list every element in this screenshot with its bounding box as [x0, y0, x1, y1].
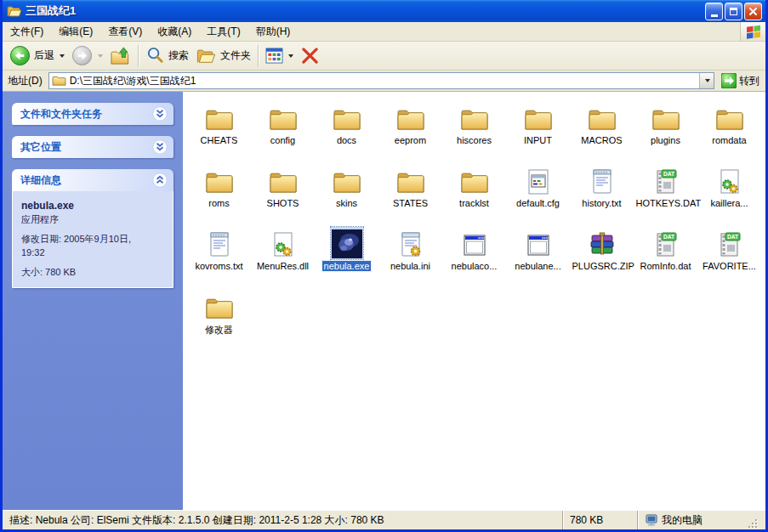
folders-icon	[196, 47, 217, 65]
file-item[interactable]: hiscores	[442, 98, 506, 161]
up-button[interactable]	[106, 44, 134, 68]
file-label: CHEATS	[199, 135, 240, 145]
file-item[interactable]: nebulane...	[506, 224, 570, 286]
explorer-window: 三国战纪1 文件(F)编辑(E)查看(V)收藏(A)工具(T)帮助(H) 后退	[0, 0, 768, 532]
file-item[interactable]: history.txt	[570, 161, 634, 224]
close-button[interactable]	[744, 3, 762, 20]
file-item[interactable]: DATFAVORITE...	[697, 224, 761, 286]
dat-file-icon: DAT	[715, 227, 744, 259]
sidebar: 文件和文件夹任务 其它位置 详细信息 nebula.exe 应用程序	[3, 92, 183, 510]
file-item[interactable]: MenuRes.dll	[251, 224, 315, 286]
menu-item-3[interactable]: 收藏(A)	[150, 25, 199, 39]
resize-grip[interactable]	[748, 518, 759, 529]
menu-item-4[interactable]: 工具(T)	[199, 25, 247, 39]
status-description: 描述: Nebula 公司: ElSemi 文件版本: 2.1.5.0 创建日期…	[3, 511, 563, 529]
folders-button[interactable]: 文件夹	[192, 45, 254, 67]
go-button[interactable]: 转到	[718, 71, 763, 90]
back-label: 后退	[34, 48, 54, 63]
file-item[interactable]: SHOTS	[251, 161, 315, 224]
svg-text:DAT: DAT	[663, 234, 674, 240]
views-icon	[265, 48, 283, 64]
search-icon	[145, 46, 165, 65]
file-item[interactable]: romdata	[697, 98, 761, 161]
forward-dropdown-icon	[98, 54, 103, 58]
folder-icon	[267, 101, 299, 133]
file-item[interactable]: PLUGSRC.ZIP	[570, 224, 634, 286]
file-label: romdata	[710, 135, 748, 145]
back-dropdown-icon[interactable]	[60, 54, 65, 58]
details-filetype: 应用程序	[21, 213, 164, 227]
back-icon	[9, 45, 31, 66]
chevron-down-icon	[705, 79, 710, 82]
file-item[interactable]: docs	[315, 98, 378, 161]
address-bar: 地址(D) D:\三国战纪\游戏\三国战纪1 转到	[3, 71, 765, 92]
config-file-icon	[525, 164, 552, 196]
panel-file-tasks-header[interactable]: 文件和文件夹任务	[12, 103, 174, 125]
file-item[interactable]: skins	[315, 161, 378, 224]
application-window-icon	[460, 227, 489, 259]
status-location: 我的电脑	[638, 511, 765, 529]
file-item[interactable]: roms	[187, 161, 251, 224]
minimize-button[interactable]	[705, 3, 723, 20]
file-item[interactable]: nebula.ini	[378, 224, 442, 286]
chevron-double-down-icon[interactable]	[152, 139, 168, 155]
file-item[interactable]: nebulaco...	[442, 224, 506, 286]
folder-icon	[267, 164, 299, 196]
file-item[interactable]: tracklst	[442, 161, 506, 224]
menu-item-2[interactable]: 查看(V)	[100, 25, 150, 39]
file-item[interactable]: kovroms.txt	[187, 224, 251, 286]
address-input[interactable]: D:\三国战纪\游戏\三国战纪1	[48, 72, 714, 89]
toolbar-separator	[138, 45, 139, 67]
file-item[interactable]: DATRomInfo.dat	[634, 224, 697, 286]
file-item[interactable]: STATES	[378, 161, 442, 224]
file-item[interactable]: nebula.exe	[315, 224, 378, 286]
file-item[interactable]: DATHOTKEYS.DAT	[634, 161, 697, 224]
file-label: nebulane...	[513, 261, 562, 271]
file-item[interactable]: plugins	[634, 98, 697, 161]
search-button[interactable]: 搜索	[142, 44, 192, 67]
back-button[interactable]: 后退	[6, 43, 68, 68]
title-bar: 三国战纪1	[3, 0, 765, 22]
file-label: hiscores	[455, 135, 493, 145]
menu-item-0[interactable]: 文件(F)	[3, 25, 51, 39]
file-item[interactable]: 修改器	[187, 286, 251, 349]
file-label: tracklst	[458, 198, 491, 208]
dat-file-icon: DAT	[651, 227, 680, 259]
forward-button[interactable]	[68, 43, 106, 68]
views-button[interactable]	[262, 46, 297, 65]
menu-bar: 文件(F)编辑(E)查看(V)收藏(A)工具(T)帮助(H)	[3, 22, 765, 42]
my-computer-icon	[645, 513, 658, 527]
file-item[interactable]: eeprom	[378, 98, 442, 161]
delete-button[interactable]	[297, 45, 323, 66]
address-label: 地址(D)	[5, 74, 45, 88]
chevron-double-down-icon[interactable]	[152, 106, 168, 122]
file-label: default.cfg	[515, 198, 561, 208]
maximize-button[interactable]	[725, 3, 742, 20]
menu-item-1[interactable]: 编辑(E)	[51, 25, 100, 39]
window-title: 三国战纪1	[26, 3, 703, 19]
file-item[interactable]: INPUT	[506, 98, 570, 161]
file-item[interactable]: kaillera...	[697, 161, 761, 224]
file-item[interactable]: MACROS	[570, 98, 634, 161]
panel-other-places-header[interactable]: 其它位置	[12, 136, 174, 158]
chevron-double-up-icon[interactable]	[152, 173, 168, 188]
file-item[interactable]: CHEATS	[187, 98, 251, 161]
file-list-area[interactable]: CHEATSconfigdocseepromhiscoresINPUTMACRO…	[183, 92, 765, 510]
file-label: PLUGSRC.ZIP	[571, 261, 634, 271]
address-dropdown-button[interactable]	[699, 73, 714, 88]
file-label: eeprom	[393, 135, 428, 145]
details-filename: nebula.exe	[21, 199, 164, 213]
file-label: roms	[207, 198, 230, 208]
menu-item-5[interactable]: 帮助(H)	[248, 25, 299, 39]
views-dropdown-icon[interactable]	[288, 54, 293, 58]
panel-title: 文件和文件夹任务	[20, 107, 102, 122]
file-item[interactable]: config	[251, 98, 315, 161]
maximize-icon	[730, 8, 737, 15]
file-label: STATES	[391, 198, 430, 208]
file-label: SHOTS	[265, 198, 301, 208]
text-file-icon	[206, 227, 233, 259]
status-bar: 描述: Nebula 公司: ElSemi 文件版本: 2.1.5.0 创建日期…	[3, 510, 765, 529]
file-grid: CHEATSconfigdocseepromhiscoresINPUTMACRO…	[187, 98, 765, 349]
panel-details-header[interactable]: 详细信息	[12, 169, 174, 191]
file-item[interactable]: default.cfg	[506, 161, 570, 224]
